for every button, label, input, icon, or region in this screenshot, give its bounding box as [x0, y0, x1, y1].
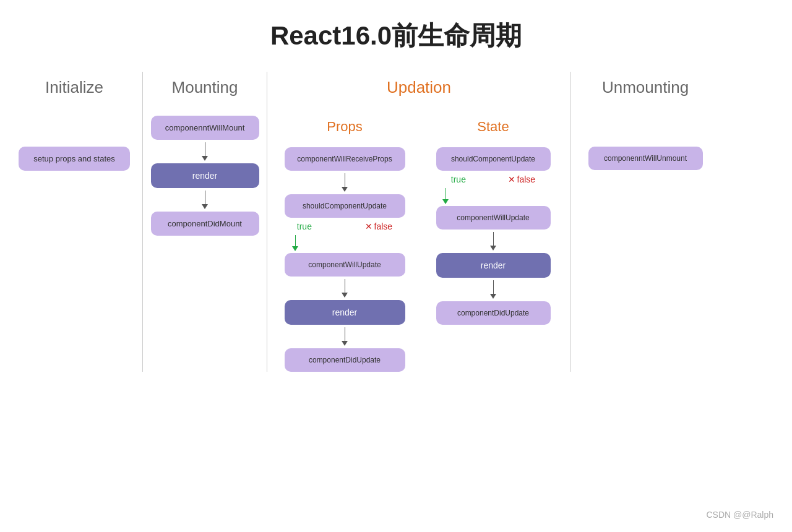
props-branch-labels: true ✕false — [270, 220, 419, 233]
state-did-update-box: componentDidUpdate — [436, 301, 551, 325]
props-false-label: ✕false — [365, 221, 393, 231]
props-will-receive-box: componentWillReceiveProps — [285, 147, 405, 171]
initialize-title: Initialize — [45, 78, 103, 97]
will-mount-box: componenntWillMount — [151, 116, 259, 140]
state-branch-labels: true ✕false — [430, 173, 556, 186]
col-updation: Updation Props componentWillReceiveProps… — [267, 72, 570, 372]
watermark: CSDN @@Ralph — [706, 510, 773, 520]
will-unmount-box: componenntWillUnmount — [588, 147, 703, 170]
props-true-arrow — [292, 235, 298, 251]
props-should-update-box: shouldComponentUpdate — [285, 194, 405, 218]
sub-col-state: State shouldComponentUpdate true ✕false … — [419, 116, 567, 372]
props-arrow-2 — [342, 279, 348, 298]
col-unmounting: Unmounting componenntWillUnmount — [571, 72, 720, 372]
page-title: React16.0前生命周期 — [0, 0, 792, 66]
state-false-label: ✕false — [508, 174, 536, 184]
mounting-title: Mounting — [172, 78, 238, 97]
state-arrow-1 — [490, 232, 496, 251]
did-mount-box: componentDidMount — [151, 212, 259, 236]
diagram-container: Initialize setup props and states Mounti… — [6, 66, 786, 372]
mount-arrow-1 — [202, 142, 208, 161]
state-arrow-2 — [490, 280, 496, 299]
sub-col-props: Props componentWillReceiveProps shouldCo… — [270, 116, 419, 372]
props-arrow-3 — [342, 327, 348, 346]
props-will-update-box: componentWillUpdate — [285, 253, 405, 277]
props-arrow-1 — [342, 173, 348, 192]
props-title: Props — [327, 119, 362, 135]
props-did-update-box: componentDidUpdate — [285, 348, 405, 372]
state-true-label: true — [451, 174, 466, 184]
updation-title: Updation — [387, 78, 451, 97]
props-true-label: true — [297, 221, 312, 231]
state-title: State — [477, 119, 509, 135]
props-render-box: render — [285, 300, 405, 325]
mount-render-box: render — [151, 163, 259, 188]
state-will-update-box: componentWillUpdate — [436, 206, 551, 230]
unmounting-title: Unmounting — [602, 78, 689, 97]
setup-props-states-box: setup props and states — [19, 147, 130, 171]
col-initialize: Initialize setup props and states — [6, 72, 142, 372]
mount-arrow-2 — [202, 191, 208, 209]
state-should-update-box: shouldComponentUpdate — [436, 147, 551, 171]
col-mounting: Mounting componenntWillMount render comp… — [143, 72, 267, 372]
state-true-arrow — [442, 188, 449, 204]
state-render-box: render — [436, 253, 551, 278]
